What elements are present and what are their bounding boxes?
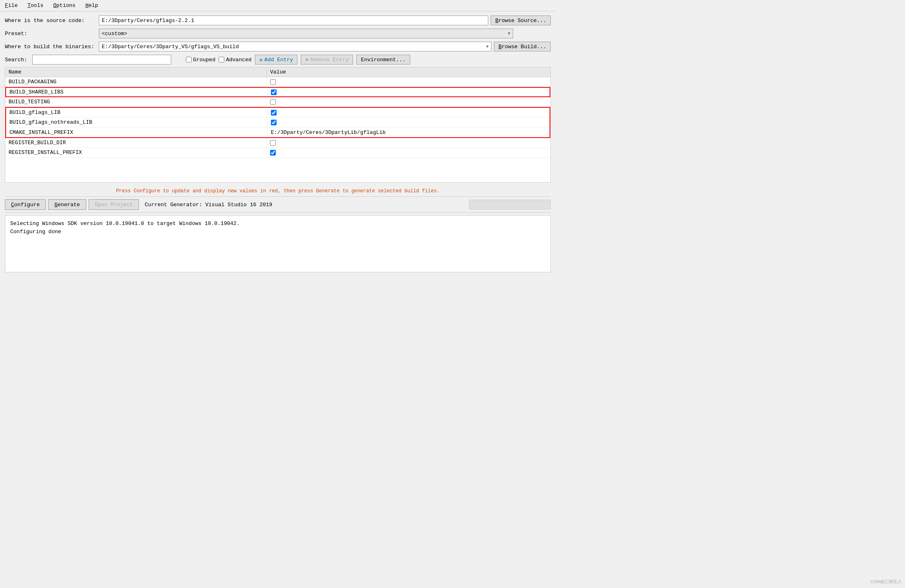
search-input[interactable] <box>32 55 171 65</box>
build-value: E:/3Dparty/Ceres/3Dparty_VS/gflags_VS_bu… <box>102 44 239 50</box>
menu-help[interactable]: Help <box>84 2 100 9</box>
row-value-build-shared-libs[interactable] <box>268 88 550 96</box>
remove-entry-icon: ✖ <box>305 56 308 63</box>
browse-source-button[interactable]: Browse Source... <box>491 16 551 25</box>
table-row: BUILD_gflags_LIB <box>6 108 550 118</box>
checkbox-build-shared-libs[interactable] <box>271 89 277 95</box>
add-entry-label: Add Entry <box>264 57 293 63</box>
row-value-build-gflags-nothreads-lib[interactable] <box>268 118 550 127</box>
row-value-build-packaging[interactable] <box>267 77 550 87</box>
preset-label: Preset: <box>5 31 99 37</box>
grouped-checkbox[interactable] <box>186 57 192 62</box>
environment-label: Environment... <box>361 57 405 63</box>
add-entry-button[interactable]: ✛ Add Entry <box>255 55 298 65</box>
browse-build-button[interactable]: Browse Build... <box>494 42 551 51</box>
table-row: BUILD_TESTING <box>5 97 550 107</box>
menubar: File Tools Options Help <box>0 0 556 11</box>
col-name-header: Name <box>5 67 267 77</box>
preset-arrow-icon: ▼ <box>508 31 510 36</box>
row-name-register-build-dir: REGISTER_BUILD_DIR <box>5 138 267 147</box>
row-value-build-gflags-lib[interactable] <box>268 108 550 117</box>
table-row: CMAKE_INSTALL_PREFIX E:/3Dparty/Ceres/3D… <box>6 127 550 137</box>
menu-options[interactable]: Options <box>51 2 77 9</box>
row-name-register-install-prefix: REGISTER_INSTALL_PREFIX <box>5 148 267 157</box>
table-row: BUILD_gflags_nothreads_LIB <box>6 118 550 127</box>
menu-file[interactable]: File <box>3 2 19 9</box>
main-content: Where is the source code: Browse Source.… <box>0 11 556 276</box>
table-row: REGISTER_INSTALL_PREFIX <box>5 148 550 158</box>
output-area: Selecting Windows SDK version 10.0.19041… <box>5 215 551 272</box>
environment-button[interactable]: Environment... <box>356 55 410 65</box>
checkbox-build-gflags-nothreads-lib[interactable] <box>271 120 277 125</box>
source-input[interactable] <box>99 16 488 25</box>
entries-table: Name Value BUILD_PACKAGING BUILD_SHARED_… <box>5 67 551 183</box>
build-arrow-icon: ▼ <box>486 45 489 49</box>
build-dropdown[interactable]: E:/3Dparty/Ceres/3Dparty_VS/gflags_VS_bu… <box>99 42 492 51</box>
row-name-cmake-install-prefix: CMAKE_INSTALL_PREFIX <box>6 127 268 137</box>
row-value-register-build-dir[interactable] <box>267 138 550 147</box>
row-name-build-gflags-nothreads-lib: BUILD_gflags_nothreads_LIB <box>6 118 268 127</box>
open-project-button[interactable]: Open Project <box>89 199 139 210</box>
remove-entry-button[interactable]: ✖ Remove Entry <box>301 55 353 65</box>
checkbox-build-testing[interactable] <box>270 99 276 105</box>
build-label: Where to build the binaries: <box>5 44 99 50</box>
preset-dropdown[interactable]: <custom> ▼ <box>99 29 513 38</box>
checkbox-register-install-prefix[interactable] <box>270 150 276 156</box>
cmake-install-prefix-value: E:/3Dparty/Ceres/3DpartyLib/gflagLib <box>271 129 386 136</box>
checkbox-build-packaging[interactable] <box>270 79 276 85</box>
add-entry-icon: ✛ <box>259 56 263 63</box>
bottom-toolbar: Configure Generate Open Project Current … <box>5 196 551 213</box>
grouped-label: Grouped <box>193 57 216 63</box>
output-line-1: Selecting Windows SDK version 10.0.19041… <box>10 220 545 228</box>
progress-bar <box>469 200 551 209</box>
toolbar-row: Search: Grouped Advanced ✛ Add Entry ✖ R… <box>5 55 551 65</box>
row-name-build-packaging: BUILD_PACKAGING <box>5 77 267 87</box>
row-value-build-testing[interactable] <box>267 97 550 107</box>
generate-button[interactable]: Generate <box>48 199 86 210</box>
checkbox-build-gflags-lib[interactable] <box>271 110 277 116</box>
group-border: BUILD_gflags_LIB BUILD_gflags_nothreads_… <box>5 107 550 138</box>
build-row: Where to build the binaries: E:/3Dparty/… <box>5 42 551 51</box>
remove-entry-label: Remove Entry <box>311 57 349 63</box>
table-row: BUILD_PACKAGING <box>5 77 550 87</box>
menu-tools[interactable]: Tools <box>26 2 45 9</box>
configure-button[interactable]: Configure <box>5 199 46 210</box>
source-label: Where is the source code: <box>5 18 99 24</box>
source-row: Where is the source code: Browse Source.… <box>5 16 551 25</box>
table-empty-space <box>5 158 550 182</box>
preset-row: Preset: <custom> ▼ <box>5 29 551 38</box>
checkbox-register-build-dir[interactable] <box>270 140 276 146</box>
table-header: Name Value <box>5 67 550 77</box>
row-value-cmake-install-prefix[interactable]: E:/3Dparty/Ceres/3DpartyLib/gflagLib <box>268 127 550 137</box>
status-text: Press Configure to update and display ne… <box>5 186 551 196</box>
table-row: BUILD_SHARED_LIBS <box>5 87 550 97</box>
row-name-build-gflags-lib: BUILD_gflags_LIB <box>6 108 268 117</box>
grouped-checkbox-group[interactable]: Grouped <box>186 57 216 63</box>
row-name-build-shared-libs: BUILD_SHARED_LIBS <box>6 88 268 96</box>
search-label: Search: <box>5 57 27 63</box>
advanced-label: Advanced <box>226 57 251 63</box>
col-value-header: Value <box>267 67 550 77</box>
preset-value: <custom> <box>102 31 127 37</box>
row-name-build-testing: BUILD_TESTING <box>5 97 267 107</box>
row-value-register-install-prefix[interactable] <box>267 148 550 157</box>
generator-label: Current Generator: Visual Studio 16 2019 <box>145 202 272 208</box>
table-row: REGISTER_BUILD_DIR <box>5 138 550 148</box>
advanced-checkbox-group[interactable]: Advanced <box>219 57 251 63</box>
advanced-checkbox[interactable] <box>219 57 224 62</box>
output-line-2: Configuring done <box>10 228 545 236</box>
